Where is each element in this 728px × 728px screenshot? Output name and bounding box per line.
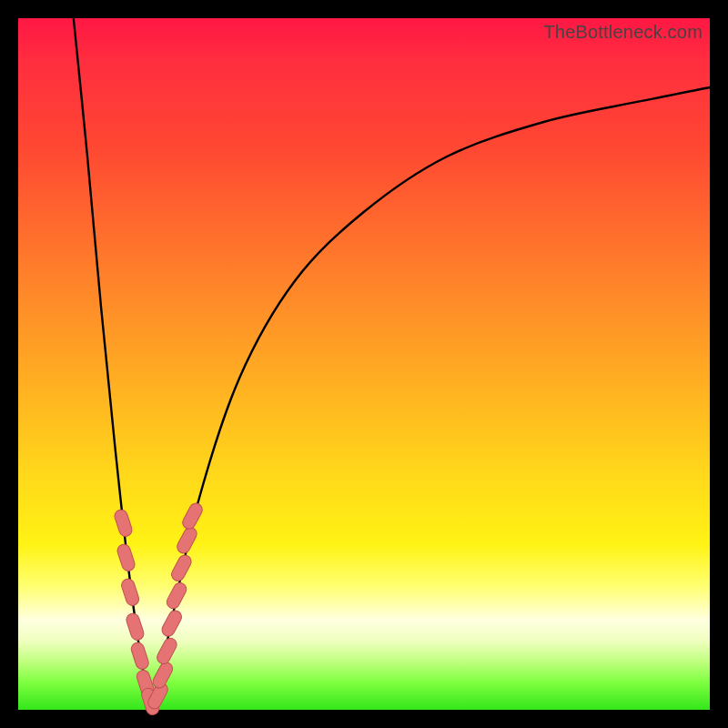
curve-left-branch [74, 18, 153, 710]
data-marker [165, 581, 188, 611]
data-marker [125, 612, 146, 642]
chart-svg [18, 18, 710, 710]
curve-right-branch [153, 87, 710, 710]
markers-left [113, 508, 160, 716]
svg-rect-12 [169, 553, 193, 583]
svg-rect-2 [120, 577, 141, 607]
svg-rect-11 [165, 581, 188, 611]
data-marker [175, 525, 198, 555]
data-marker [116, 542, 136, 572]
svg-rect-9 [155, 636, 178, 666]
data-marker [155, 636, 178, 666]
data-marker [180, 501, 204, 531]
plot-area: TheBottleneck.com [18, 18, 710, 710]
data-marker [120, 577, 141, 607]
svg-rect-8 [151, 660, 175, 690]
svg-rect-14 [180, 501, 204, 531]
svg-rect-3 [125, 612, 146, 642]
data-marker [113, 508, 134, 538]
svg-rect-1 [116, 542, 136, 572]
svg-rect-13 [175, 525, 198, 555]
svg-rect-0 [113, 508, 134, 538]
data-marker [129, 641, 150, 671]
svg-rect-4 [129, 641, 150, 671]
chart-frame: TheBottleneck.com [0, 0, 728, 728]
data-marker [159, 608, 183, 638]
markers-right [146, 501, 204, 712]
data-marker [151, 660, 175, 690]
data-marker [169, 553, 193, 583]
svg-rect-10 [159, 608, 183, 638]
